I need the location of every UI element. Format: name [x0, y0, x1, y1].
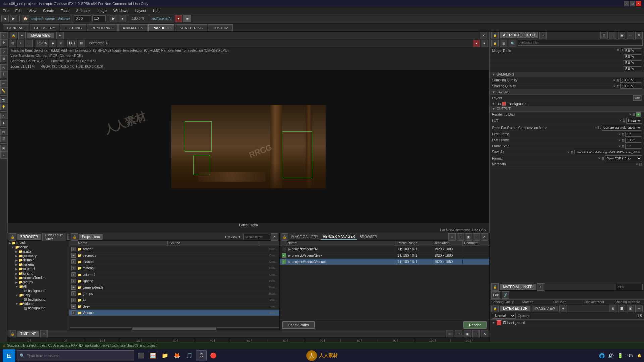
mb-add-grey[interactable]: + [71, 304, 76, 309]
tl-add[interactable]: + [40, 330, 48, 338]
tree-all[interactable]: ▼ 📁 All [7, 284, 69, 289]
tl-close[interactable]: ✕ [481, 330, 488, 338]
le-tab[interactable]: LAYER EDITOR [500, 306, 530, 311]
lt-pivot[interactable]: ◎ [0, 64, 7, 71]
toolbar-home[interactable]: 🏠 [22, 15, 29, 22]
ae-sq-val[interactable] [620, 78, 642, 83]
ml-lock[interactable]: 🔒 [491, 283, 499, 291]
tab-particle[interactable]: PARTICLE [148, 24, 175, 31]
mb-item-all[interactable]: + 📁 All Ima... [69, 297, 279, 303]
ae-fmt-select[interactable]: Open EXR (16bit) [605, 155, 642, 161]
menu-image[interactable]: Image [95, 8, 108, 13]
ivt-lut[interactable]: LUT [67, 40, 77, 47]
tray-network[interactable]: 🌐 [598, 353, 606, 358]
ae-filter-icon3[interactable]: 🔍 [509, 40, 516, 47]
ml-tab[interactable]: MATERIAL LINKER [500, 284, 536, 290]
ae-layer-color[interactable] [502, 102, 506, 106]
menu-layout[interactable]: Layout [134, 8, 148, 13]
menu-view[interactable]: View [27, 8, 38, 13]
ae-fs-icon[interactable]: ✕ [618, 145, 621, 148]
ae-ff-icon[interactable]: ✕ [618, 133, 621, 136]
le-icon1[interactable]: ⊞ [609, 305, 616, 312]
mb-add-groups[interactable]: + [71, 291, 76, 296]
browser-tab[interactable]: BROWSER [17, 234, 41, 240]
mb-add-material[interactable]: + [71, 266, 76, 270]
taskbar-icon-media[interactable]: 🎵 [184, 350, 195, 361]
mb-add-volume1[interactable]: + [71, 272, 76, 277]
mb-item-volume1[interactable]: + 📁 volume1 Con... [69, 272, 279, 278]
ae-ff-link[interactable]: ⛓ [622, 133, 625, 136]
ae-minimize[interactable]: ─ [627, 32, 634, 39]
mb-item-groups[interactable]: + 📁 groups Ren... [69, 291, 279, 297]
rm-check-volume[interactable]: ✓ [282, 259, 286, 264]
ae-lock[interactable]: 🔒 [491, 32, 499, 39]
lt-light[interactable]: 💡 [0, 104, 7, 110]
scale-input[interactable] [92, 15, 106, 22]
ae-lut-select[interactable]: linear [626, 118, 642, 124]
ae-sa-link[interactable]: ⛓ [571, 150, 574, 154]
search-input[interactable] [27, 354, 131, 358]
menu-file[interactable]: File [1, 8, 10, 13]
tree-volume-background[interactable]: ▶ 🖼 background [7, 306, 69, 310]
lt-rotate[interactable]: ↻ [0, 48, 7, 55]
rm-icon3[interactable]: ▣ [465, 233, 472, 241]
panel-menu[interactable]: ≡ [18, 32, 26, 39]
mb-add-camera-render[interactable]: + [71, 285, 76, 290]
tl-icon2[interactable]: ☰ [455, 330, 462, 338]
taskbar-task-view[interactable]: ⬛ [136, 350, 146, 361]
ae-output-header[interactable]: ▼ OUTPUT [490, 106, 644, 112]
tree-geometry[interactable]: ▶ 📁 geometry [7, 254, 69, 258]
ae-lut-icon[interactable]: ✕ [619, 119, 622, 122]
taskbar-icon-firefox[interactable]: 🦊 [172, 350, 182, 361]
tree-alembic[interactable]: ▶ 📁 alembic [7, 258, 69, 262]
ae-margin-link[interactable]: ⛓ [620, 48, 623, 53]
ae-add[interactable]: + [539, 32, 547, 39]
mb-item-camera-render[interactable]: + 📁 cameraRender Ren... [69, 284, 279, 291]
toolbar-forward[interactable]: ▶ [10, 15, 17, 22]
tl-minimize[interactable]: ─ [472, 330, 480, 338]
layer-mode-select[interactable]: Normal [492, 313, 516, 319]
ml-edit-btn[interactable]: Edit [491, 291, 500, 299]
browser-lock[interactable]: 🔒 [9, 233, 16, 241]
rm-row-grey[interactable]: ✓ ▶ project://scene/Grey 1 f: 100 f % 1 … [280, 252, 490, 259]
ae-layers-add[interactable]: Add [633, 95, 642, 101]
menu-help[interactable]: Help [152, 8, 162, 13]
ae-sa-val[interactable] [574, 150, 641, 154]
hierarchy-tab[interactable]: HIERARCHY VIEW [42, 233, 66, 241]
ae-ff-val[interactable] [625, 132, 642, 137]
panel-lock[interactable]: 🔒 [10, 32, 17, 39]
ae-shq-link[interactable]: ⛓ [616, 85, 620, 88]
breadcrumb-scene[interactable]: scene [45, 17, 55, 21]
lt-geo[interactable]: △ [0, 113, 7, 119]
mb-item-grey[interactable]: + 📁 Grey Ima... [69, 303, 279, 310]
ae-meta-link[interactable]: ⛓ [639, 163, 642, 166]
tab-lighting[interactable]: LIGHTING [60, 24, 86, 31]
menu-windows[interactable]: Windows [112, 8, 130, 13]
ae-margin-val4[interactable] [624, 66, 642, 71]
mb-item-lighting[interactable]: + 📁 lighting Con... [69, 278, 279, 284]
mb-item-alembic[interactable]: + 📁 alembic Con... [69, 259, 279, 265]
scene-render[interactable] [171, 105, 326, 188]
ivt-zoom-out[interactable]: − [25, 40, 33, 47]
ae-exr-link[interactable]: ⛓ [598, 126, 601, 129]
rm-check-grey[interactable]: ✓ [282, 253, 286, 258]
tree-grey-background[interactable]: ▶ 🖼 background [7, 297, 69, 302]
le-eye[interactable]: 👁 [492, 321, 495, 325]
ae-meta-icon[interactable]: ✕ [636, 163, 638, 166]
ae-icon2[interactable]: ☰ [609, 32, 616, 39]
tree-grey[interactable]: ▼ 📁 Grey [7, 293, 69, 297]
ivt-zoom-in[interactable]: + [17, 40, 24, 47]
rm-row-volume[interactable]: ✓ ▶ project://scene/Volume 1 f: 100 f % … [280, 259, 490, 265]
ae-layer-eye[interactable]: 👁 [492, 102, 495, 106]
tl-lock[interactable]: 🔒 [9, 330, 16, 338]
check-paths-button[interactable]: Check Paths [282, 321, 315, 329]
mb-lock[interactable]: 🔒 [71, 233, 78, 241]
start-button[interactable]: ⊞ [3, 349, 15, 362]
search-bar[interactable]: 🔍 [17, 350, 134, 361]
ae-lf-val[interactable] [625, 138, 642, 143]
ae-icon1[interactable]: ⊞ [600, 32, 608, 39]
le-layer-background[interactable]: 👁 🖼 background [490, 320, 644, 326]
rm-icon4[interactable]: ─ [473, 233, 480, 241]
toolbar-stop-render[interactable]: ■ [183, 15, 191, 22]
taskbar-icon-extra[interactable]: 🔴 [208, 350, 219, 361]
